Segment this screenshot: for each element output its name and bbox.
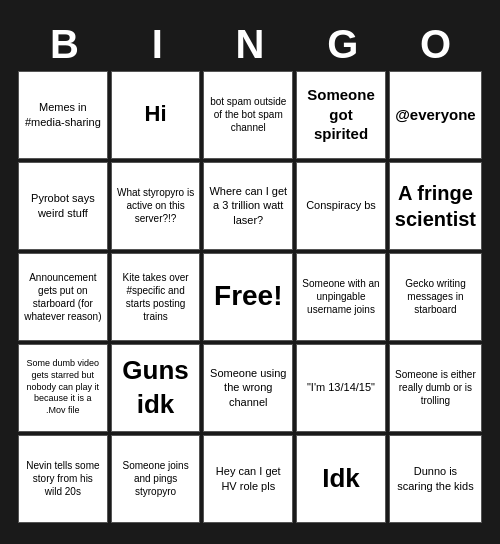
- bingo-cell-14[interactable]: Gecko writing messages in starboard: [389, 253, 482, 341]
- bingo-cell-12[interactable]: Free!: [203, 253, 293, 341]
- bingo-cell-9[interactable]: A fringe scientist: [389, 162, 482, 250]
- bingo-cell-6[interactable]: What styropyro is active on this server?…: [111, 162, 201, 250]
- bingo-cell-23[interactable]: Idk: [296, 435, 386, 523]
- bingo-cell-0[interactable]: Memes in #media-sharing: [18, 71, 108, 159]
- letter-i: I: [113, 22, 201, 67]
- bingo-cell-2[interactable]: bot spam outside of the bot spam channel: [203, 71, 293, 159]
- bingo-grid: Memes in #media-sharingHibot spam outsid…: [18, 71, 482, 523]
- letter-b: B: [20, 22, 108, 67]
- bingo-cell-5[interactable]: Pyrobot says weird stuff: [18, 162, 108, 250]
- bingo-cell-24[interactable]: Dunno is scaring the kids: [389, 435, 482, 523]
- letter-g: G: [299, 22, 387, 67]
- bingo-cell-10[interactable]: Announcement gets put on starboard (for …: [18, 253, 108, 341]
- letter-n: N: [206, 22, 294, 67]
- bingo-card: B I N G O Memes in #media-sharingHibot s…: [10, 14, 490, 531]
- bingo-cell-19[interactable]: Someone is either really dumb or is trol…: [389, 344, 482, 432]
- bingo-cell-21[interactable]: Someone joins and pings styropyro: [111, 435, 201, 523]
- bingo-cell-8[interactable]: Conspiracy bs: [296, 162, 386, 250]
- bingo-cell-3[interactable]: Someone got spirited: [296, 71, 386, 159]
- bingo-header: B I N G O: [18, 22, 482, 67]
- bingo-cell-7[interactable]: Where can I get a 3 trillion watt laser?: [203, 162, 293, 250]
- bingo-cell-1[interactable]: Hi: [111, 71, 201, 159]
- bingo-cell-22[interactable]: Hey can I get HV role pls: [203, 435, 293, 523]
- letter-o: O: [392, 22, 480, 67]
- bingo-cell-16[interactable]: Guns idk: [111, 344, 201, 432]
- bingo-cell-17[interactable]: Someone using the wrong channel: [203, 344, 293, 432]
- bingo-cell-18[interactable]: "I'm 13/14/15": [296, 344, 386, 432]
- bingo-cell-20[interactable]: Nevin tells some story from his wild 20s: [18, 435, 108, 523]
- bingo-cell-4[interactable]: @everyone: [389, 71, 482, 159]
- bingo-cell-13[interactable]: Someone with an unpingable username join…: [296, 253, 386, 341]
- bingo-cell-11[interactable]: Kite takes over #specific and starts pos…: [111, 253, 201, 341]
- bingo-cell-15[interactable]: Some dumb video gets starred but nobody …: [18, 344, 108, 432]
